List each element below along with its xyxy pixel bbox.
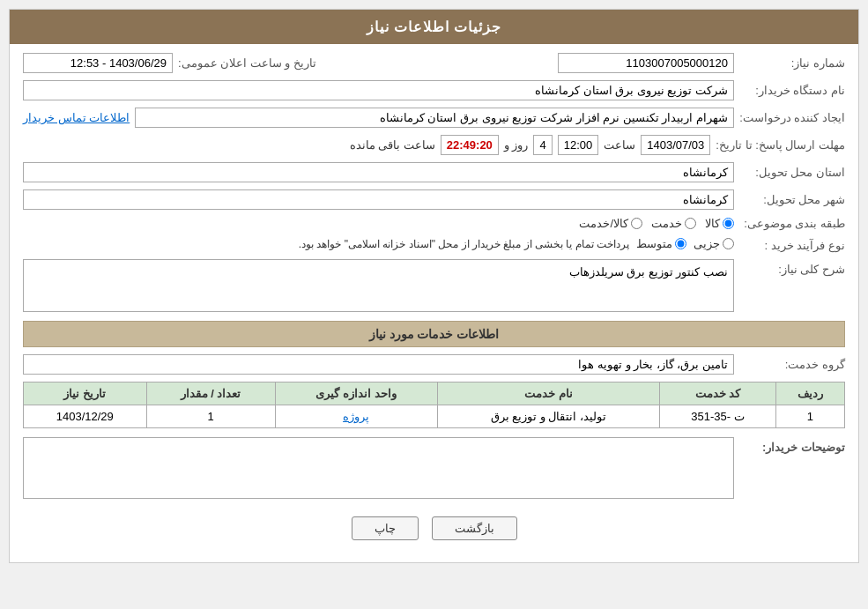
deadline-label: مهلت ارسال پاسخ: تا تاریخ: [716, 138, 845, 152]
buyer-desc-input[interactable] [23, 437, 734, 499]
cell-date: 1403/12/29 [24, 405, 147, 428]
contact-link[interactable]: اطلاعات تماس خریدار [23, 111, 130, 124]
category-label-kala-khadamat: کالا/خدمت [579, 217, 628, 230]
procurement-radio-jozii[interactable] [723, 238, 734, 249]
deadline-date-value: 1403/07/03 [641, 135, 710, 155]
description-value: نصب کنتور توزیع برق سریلدزهاب [23, 259, 734, 312]
category-option-khadamat[interactable]: خدمت [651, 217, 696, 230]
procurement-label-mottavsat: متوسط [636, 237, 672, 250]
col-code: کد خدمت [660, 382, 776, 405]
deadline-remaining-time: 22:49:20 [441, 135, 499, 155]
print-button[interactable]: چاپ [352, 516, 419, 540]
procurement-label-jozii: جزیی [694, 237, 720, 250]
col-row-num: ردیف [775, 382, 844, 405]
content-area: شماره نیاز: 1103007005000120 تاریخ و ساع… [10, 44, 858, 562]
need-number-label: شماره نیاز: [739, 56, 845, 70]
procurement-row: نوع فرآیند خرید : جزیی متوسط پرداخت تمام… [23, 237, 845, 252]
cell-qty: 1 [146, 405, 275, 428]
creator-row: ایجاد کننده درخواست: شهرام اربیدار تکنسی… [23, 108, 845, 128]
deadline-date-part: 1403/07/03 [641, 135, 710, 155]
buttons-row: بازگشت چاپ [23, 508, 845, 553]
province-value: کرمانشاه [23, 162, 734, 182]
category-option-kala[interactable]: کالا [705, 217, 734, 230]
buyer-desc-label: توضیحات خریدار: [739, 437, 845, 454]
category-row: طبقه بندی موضوعی: کالا خدمت کالا/خدمت [23, 217, 845, 230]
category-label: طبقه بندی موضوعی: [739, 217, 845, 230]
service-group-value: تامین برق، گاز، بخار و تهویه هوا [23, 354, 734, 375]
page-title: جزئیات اطلاعات نیاز [367, 19, 502, 34]
buyer-row: نام دستگاه خریدار: شرکت توزیع نیروی برق … [23, 80, 845, 100]
category-label-khadamat: خدمت [651, 217, 682, 230]
deadline-days-value: 4 [533, 135, 552, 155]
category-radio-khadamat[interactable] [685, 218, 696, 229]
services-section-title: اطلاعات خدمات مورد نیاز [369, 327, 500, 341]
cell-row-num: 1 [775, 405, 844, 428]
description-row: شرح کلی نیاز: نصب کنتور توزیع برق سریلدز… [23, 259, 845, 312]
table-header-row: ردیف کد خدمت نام خدمت واحد اندازه گیری ت… [24, 382, 845, 405]
col-unit: واحد اندازه گیری [275, 382, 437, 405]
creator-value: شهرام اربیدار تکنسین نرم افزار شرکت توزی… [135, 108, 734, 128]
page-header: جزئیات اطلاعات نیاز [10, 10, 858, 44]
deadline-time-value: 12:00 [558, 135, 599, 155]
need-number-value: 1103007005000120 [558, 53, 734, 73]
buyer-value: شرکت توزیع نیروی برق استان کرمانشاه [23, 80, 734, 100]
services-section-header: اطلاعات خدمات مورد نیاز [23, 321, 845, 347]
description-label: شرح کلی نیاز: [739, 259, 845, 276]
province-label: استان محل تحویل: [739, 166, 845, 179]
service-group-label: گروه خدمت: [739, 358, 845, 371]
table-row: 1 ت -35-351 تولید، انتقال و توزیع برق پر… [24, 405, 845, 428]
city-row: شهر محل تحویل: کرمانشاه [23, 189, 845, 210]
deadline-remaining-label: ساعت باقی مانده [350, 138, 435, 152]
deadline-days-label: روز و [504, 138, 529, 152]
procurement-label: نوع فرآیند خرید : [739, 237, 845, 252]
procurement-content: جزیی متوسط پرداخت تمام یا بخشی از مبلغ خ… [23, 237, 734, 250]
cell-code: ت -35-351 [660, 405, 776, 428]
category-option-kala-khadamat[interactable]: کالا/خدمت [579, 217, 642, 230]
city-label: شهر محل تحویل: [739, 193, 845, 206]
services-table: ردیف کد خدمت نام خدمت واحد اندازه گیری ت… [23, 382, 845, 428]
announce-label: تاریخ و ساعت اعلان عمومی: [178, 56, 316, 70]
back-button[interactable]: بازگشت [432, 516, 517, 540]
creator-label: ایجاد کننده درخواست: [739, 111, 845, 124]
procurement-option-mottavsat[interactable]: متوسط [636, 237, 686, 250]
service-group-row: گروه خدمت: تامین برق، گاز، بخار و تهویه … [23, 354, 845, 375]
deadline-row: مهلت ارسال پاسخ: تا تاریخ: 1403/07/03 سا… [23, 135, 845, 155]
services-tbody: 1 ت -35-351 تولید، انتقال و توزیع برق پر… [24, 405, 845, 428]
col-date: تاریخ نیاز [24, 382, 147, 405]
col-qty: تعداد / مقدار [146, 382, 275, 405]
buyer-desc-row: توضیحات خریدار: [23, 437, 845, 499]
col-name: نام خدمت [437, 382, 659, 405]
cell-name: تولید، انتقال و توزیع برق [437, 405, 659, 428]
procurement-note: پرداخت تمام یا بخشی از مبلغ خریدار از مح… [299, 238, 629, 250]
page-container: جزئیات اطلاعات نیاز شماره نیاز: 11030070… [9, 9, 859, 563]
buyer-label: نام دستگاه خریدار: [739, 84, 845, 97]
procurement-option-jozii[interactable]: جزیی [694, 237, 734, 250]
province-row: استان محل تحویل: کرمانشاه [23, 162, 845, 182]
cell-unit[interactable]: پروژه [275, 405, 437, 428]
category-radio-kala-khadamat[interactable] [631, 218, 642, 229]
deadline-time-label: ساعت [604, 138, 635, 152]
category-radio-kala[interactable] [723, 218, 734, 229]
need-number-row: شماره نیاز: 1103007005000120 تاریخ و ساع… [23, 53, 845, 73]
city-value: کرمانشاه [23, 189, 734, 210]
category-radio-group: کالا خدمت کالا/خدمت [579, 217, 734, 230]
announce-value: 1403/06/29 - 12:53 [23, 53, 173, 73]
category-label-kala: کالا [705, 217, 720, 230]
procurement-radio-mottavsat[interactable] [675, 238, 686, 249]
